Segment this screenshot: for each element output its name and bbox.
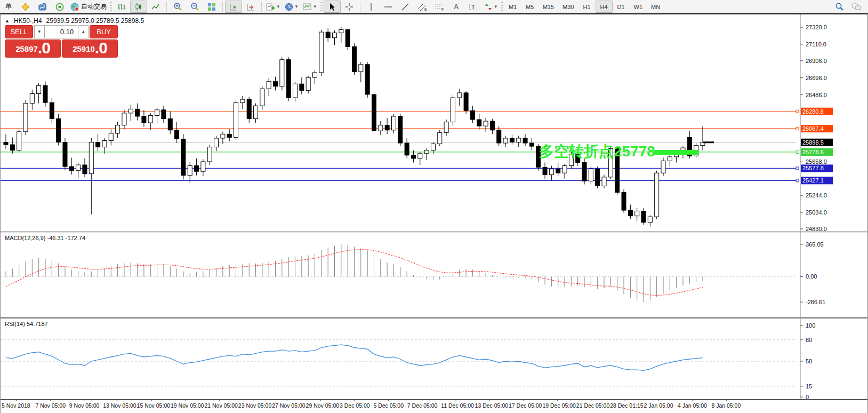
line-chart-type-button[interactable] [147, 1, 164, 13]
chart-window[interactable]: 27320.027110.026906.026696.026486.025658… [0, 13, 868, 413]
candle-body [517, 138, 521, 142]
timeframe-button-w1[interactable]: W1 [630, 1, 647, 13]
candle-body [628, 210, 632, 216]
candle-body [4, 142, 8, 145]
crosshair-icon [345, 3, 353, 11]
candle-body [365, 65, 369, 94]
timeframe-button-h1[interactable]: H1 [578, 1, 596, 13]
price-line-label: 26067.4 [802, 125, 824, 132]
cursor-tool-button[interactable] [324, 1, 341, 13]
candle-body [418, 154, 422, 158]
new-order-button[interactable]: 单 [0, 1, 17, 13]
candle-body [89, 142, 93, 174]
vertical-line-tool[interactable] [363, 1, 380, 13]
timeframe-button-d1[interactable]: D1 [613, 1, 630, 13]
candle-body [648, 217, 652, 223]
candle-body [661, 161, 665, 173]
trendline-tool[interactable] [397, 1, 414, 13]
volume-decrease-button[interactable]: ▼ [34, 25, 45, 38]
toolbar-handle[interactable] [110, 2, 112, 12]
candle-body [470, 110, 475, 120]
price-tick-label: 26906.0 [806, 58, 827, 64]
timeframe-button-h4[interactable]: H4 [596, 1, 613, 13]
fibonacci-tool[interactable]: F [431, 1, 448, 13]
chart-canvas[interactable]: 27320.027110.026906.026696.026486.025658… [1, 14, 867, 412]
time-axis-label: 28 Dec 01:15 [610, 402, 644, 409]
autotrading-globe-icon [70, 3, 79, 11]
periods-button[interactable]: ▼ [283, 1, 301, 13]
candle-body [23, 104, 28, 132]
candle-body [293, 84, 298, 98]
tile-windows-button[interactable] [203, 1, 220, 13]
timeframe-button-m5[interactable]: M5 [521, 1, 539, 13]
candle-body [96, 142, 100, 147]
candle-body [234, 102, 238, 137]
dropdown-caret-icon: ▼ [294, 4, 299, 9]
buy-price-box[interactable]: 25910.0 [62, 39, 118, 58]
autotrading-button[interactable]: 自动交易 [68, 1, 109, 13]
person-chart-icon [38, 3, 47, 11]
price-line-label: 25898.5 [802, 139, 824, 146]
time-axis-label: 4 Jan 05:00 [678, 402, 707, 409]
timeframe-button-mn[interactable]: MN [647, 1, 664, 13]
volume-increase-button[interactable]: ▲ [78, 25, 89, 38]
price-line-label: 25427.1 [802, 177, 824, 184]
bar-chart-type-button[interactable] [113, 1, 130, 13]
auto-scroll-button[interactable] [225, 1, 242, 13]
price-line-label: 25577.8 [802, 165, 824, 171]
timeframe-button-m15[interactable]: M15 [539, 1, 558, 13]
equidistant-channel-tool[interactable]: E [414, 1, 431, 13]
timeframe-label: M1 [507, 4, 519, 10]
candle-body [260, 89, 264, 106]
candle-body [195, 166, 199, 172]
candle-body [464, 93, 468, 110]
zoom-in-button[interactable] [169, 1, 186, 13]
volume-input[interactable]: 0.10 [45, 25, 77, 38]
text-tool[interactable]: A [448, 1, 465, 13]
candle-body [300, 84, 304, 90]
market-watch-icon[interactable] [17, 1, 34, 13]
timeframe-button-m30[interactable]: M30 [558, 1, 578, 13]
arrows-tool[interactable]: ▼ [482, 1, 500, 13]
timeframe-label: M5 [524, 4, 536, 10]
line-handle [796, 128, 799, 130]
crosshair-tool-button[interactable] [341, 1, 358, 13]
sell-price-box[interactable]: 25897.0 [5, 39, 61, 58]
chart-title: ▲ HK50-,H4 25939.5 25975.0 25789.5 25898… [5, 17, 144, 25]
collapse-panel-icon[interactable]: ▲ [5, 18, 10, 23]
candlestick-chart-type-button[interactable] [130, 1, 147, 13]
candle-body [385, 125, 389, 130]
zoom-out-button[interactable] [186, 1, 203, 13]
rsi-tick-label: 50 [806, 358, 812, 364]
terminal-icon[interactable] [34, 1, 51, 13]
chat-button[interactable] [848, 1, 865, 13]
rsi-tick-label: 15 [806, 383, 812, 390]
toolbar-handle[interactable] [501, 2, 503, 12]
chart-shift-button[interactable] [242, 1, 259, 13]
rsi-indicator-label: RSI(14) 54.7187 [5, 321, 48, 327]
line-handle [796, 179, 799, 182]
timeframe-button-m1[interactable]: M1 [504, 1, 521, 13]
horizontal-line-tool[interactable] [380, 1, 397, 13]
text-label-tool[interactable]: T [465, 1, 482, 13]
strategy-tester-icon[interactable] [51, 1, 68, 13]
indicators-button[interactable]: ▼ [264, 1, 283, 13]
candle-body [286, 60, 291, 98]
price-line-label: 26280.8 [802, 108, 824, 115]
toolbar-handle[interactable] [320, 2, 323, 12]
search-button[interactable] [831, 1, 848, 13]
templates-button[interactable]: ▼ [301, 1, 319, 13]
timeframe-label: W1 [632, 4, 645, 10]
time-axis-label: 17 Dec 05:00 [509, 402, 542, 409]
line-handle [796, 150, 799, 153]
buy-button[interactable]: BUY [90, 25, 118, 38]
candle-body [379, 125, 383, 131]
sell-button[interactable]: SELL [5, 25, 33, 38]
price-tick-label: 27320.0 [806, 24, 827, 30]
buy-price-pips: .0 [95, 40, 107, 56]
candle-body [17, 132, 21, 150]
time-axis-label: 13 Dec 05:00 [475, 402, 509, 409]
candle-body [326, 32, 330, 38]
time-axis-label: 15 Nov 05:00 [137, 402, 171, 409]
price-tick-label: 25244.0 [806, 192, 827, 198]
